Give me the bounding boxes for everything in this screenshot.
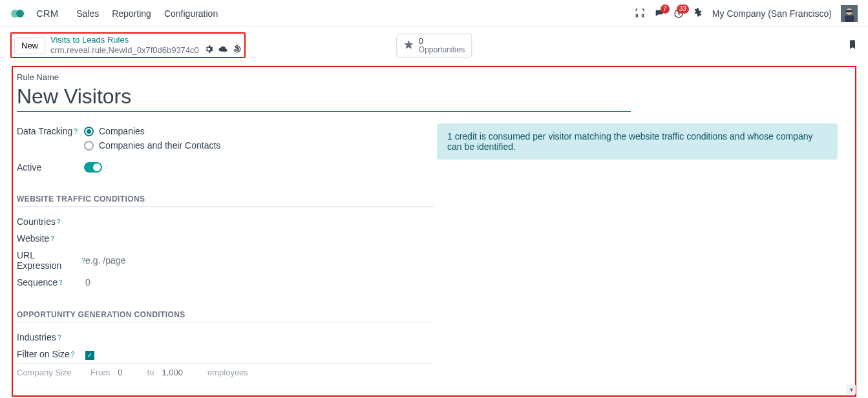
filter-size-checkbox[interactable]: ✓ (85, 351, 94, 360)
activities-icon[interactable]: 33 (673, 8, 684, 19)
url-expression-input[interactable]: e.g. /page (85, 255, 434, 266)
new-button[interactable]: New (14, 37, 45, 54)
svg-point-1 (16, 10, 24, 17)
breadcrumb-current: crm.reveal.rule,NewId_0x7f0d6b9374c0 (50, 45, 242, 56)
company-size-label: Company Size (17, 368, 85, 377)
svg-rect-3 (642, 14, 644, 17)
nav-menu: Sales Reporting Configuration (76, 8, 218, 19)
radio-companies[interactable]: Companies (84, 126, 421, 136)
active-toggle[interactable] (84, 162, 102, 173)
activities-badge: 33 (677, 5, 689, 14)
bookmark-icon[interactable] (847, 41, 858, 52)
radio-dot-icon (84, 141, 94, 151)
sequence-input[interactable]: 0 (85, 277, 434, 288)
debug-icon[interactable] (693, 7, 703, 19)
active-label: Active (17, 162, 84, 173)
company-selector[interactable]: My Company (San Francisco) (712, 8, 832, 19)
cloud-icon[interactable] (218, 45, 228, 56)
discuss-icon[interactable]: 7 (654, 8, 664, 19)
stat-opportunities[interactable]: 0 Opportunities (396, 34, 472, 58)
avatar[interactable] (841, 5, 858, 22)
rule-name-label: Rule Name (17, 72, 838, 82)
filter-size-label: Filter on Size? (17, 349, 85, 359)
nav-menu-configuration[interactable]: Configuration (164, 8, 218, 19)
scroll-down-icon[interactable]: ▼ (847, 385, 856, 394)
stat-value: 0 (419, 37, 465, 45)
form-view: Rule Name Data Tracking? Companies Compa… (12, 66, 856, 397)
svg-rect-8 (846, 10, 852, 12)
website-label: Website? (17, 233, 85, 244)
breadcrumb-area: New Visits to Leads Rules crm.reveal.rul… (10, 32, 246, 58)
voip-icon[interactable] (635, 8, 645, 19)
star-icon (403, 39, 414, 52)
svg-rect-2 (636, 14, 638, 17)
info-banner: 1 credit is consumed per visitor matchin… (437, 123, 838, 160)
discuss-badge: 7 (661, 5, 670, 14)
url-expression-label: URL Expression? (17, 250, 85, 271)
navbar: CRM Sales Reporting Configuration 7 33 M… (0, 0, 868, 27)
size-from-input[interactable]: 0 (118, 368, 122, 377)
nav-menu-sales[interactable]: Sales (76, 8, 99, 19)
breadcrumb-parent[interactable]: Visits to Leads Rules (50, 35, 242, 45)
svg-rect-7 (845, 16, 854, 22)
app-logo-icon (10, 8, 26, 19)
stat-label: Opportunities (419, 45, 465, 54)
discard-icon[interactable] (233, 45, 242, 56)
breadcrumb: Visits to Leads Rules crm.reveal.rule,Ne… (50, 35, 242, 56)
radio-dot-icon (84, 127, 94, 136)
gear-icon[interactable] (204, 45, 213, 56)
rule-name-input[interactable] (17, 83, 631, 112)
nav-menu-reporting[interactable]: Reporting (112, 8, 151, 19)
data-tracking-label: Data Tracking? (17, 126, 84, 136)
industries-label: Industries? (17, 332, 85, 342)
sequence-label: Sequence? (17, 277, 85, 288)
control-panel: New Visits to Leads Rules crm.reveal.rul… (0, 27, 868, 66)
section-opportunity: OPPORTUNITY GENERATION CONDITIONS (17, 310, 434, 322)
app-name[interactable]: CRM (36, 8, 58, 19)
countries-label: Countries? (17, 216, 85, 227)
section-website-traffic: WEBSITE TRAFFIC CONDITIONS (17, 194, 434, 207)
size-to-input[interactable]: 1,000 (162, 368, 183, 377)
radio-companies-contacts[interactable]: Companies and their Contacts (84, 140, 421, 151)
